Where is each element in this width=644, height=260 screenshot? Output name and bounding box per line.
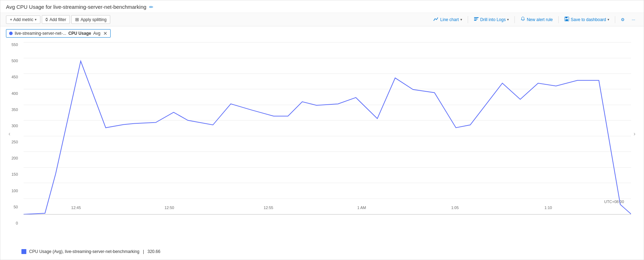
save-to-dashboard-button[interactable]: Save to dashboard ▾ [561,15,612,24]
add-metric-button[interactable]: + Add metric ▾ [6,15,40,24]
utc-label: UTC+08:00 [604,200,624,204]
x-label-1250: 12:50 [164,206,174,210]
legend-label: CPU Usage (Avg), live-streaming-server-n… [29,249,160,254]
drill-logs-chevron: ▾ [507,18,509,21]
y-label-100: 100 [6,189,20,193]
svg-rect-1 [474,19,478,19]
page-container: Avg CPU Usage for live-streaming-server-… [0,0,644,260]
line-chart-chevron: ▾ [460,18,462,21]
y-label-450: 450 [6,75,20,79]
chart-area: ‹ › 0 50 100 150 200 250 300 350 400 450… [0,39,644,246]
y-label-50: 50 [6,205,20,209]
save-dashboard-chevron: ▾ [607,18,609,21]
x-label-1am: 1 AM [357,206,366,210]
y-label-500: 500 [6,59,20,63]
chart-wrapper: ‹ › 0 50 100 150 200 250 300 350 400 450… [6,43,638,225]
more-options-button[interactable]: ··· [629,16,638,24]
legend-row: CPU Usage (Avg), live-streaming-server-n… [0,246,644,258]
svg-rect-4 [565,17,567,18]
gear-icon: ⚙ [621,17,625,22]
toolbar-right: Line chart ▾ Drill into Logs ▾ [431,15,638,24]
y-label-0: 0 [6,221,20,225]
chart-nav-left[interactable]: ‹ [6,127,13,141]
apply-splitting-button[interactable]: ⊞ Apply splitting [71,15,110,24]
svg-rect-5 [565,19,568,21]
edit-icon[interactable]: ✏ [149,4,153,10]
metric-tag: live-streaming-server-net-... CPU Usage … [6,29,111,38]
x-axis: 12:45 12:50 12:55 1 AM 1:05 1:10 [41,206,624,214]
drill-into-logs-label: Drill into Logs [480,17,506,22]
toolbar-row: + Add metric ▾ ⧮ Add filter ⊞ Apply spli… [0,13,644,26]
line-chart-button[interactable]: Line chart ▾ [431,15,465,24]
y-label-550: 550 [6,43,20,47]
metric-tag-close[interactable]: ✕ [103,31,107,36]
toolbar-left: + Add metric ▾ ⧮ Add filter ⊞ Apply spli… [6,15,110,24]
new-alert-rule-label: New alert rule [527,17,553,22]
apply-splitting-label: Apply splitting [80,17,106,22]
new-alert-rule-button[interactable]: New alert rule [518,15,556,24]
chart-plot: 12:45 12:50 12:55 1 AM 1:05 1:10 UTC+08:… [24,43,631,215]
line-chart-label: Line chart [440,17,459,22]
y-label-200: 200 [6,156,20,160]
y-label-400: 400 [6,91,20,96]
add-metric-label: + Add metric [10,17,33,22]
drill-into-logs-button[interactable]: Drill into Logs ▾ [471,15,512,24]
svg-rect-0 [474,17,479,18]
x-label-1245: 12:45 [71,206,81,210]
x-label-105: 1:05 [451,206,459,210]
page-title: Avg CPU Usage for live-streaming-server-… [6,4,146,10]
add-filter-button[interactable]: ⧮ Add filter [42,15,70,24]
legend-color-box [21,249,26,254]
save-icon [564,17,569,22]
save-to-dashboard-label: Save to dashboard [571,17,606,22]
chart-line [24,61,631,214]
metric-dot [9,32,13,35]
svg-rect-2 [474,20,477,21]
chart-nav-right[interactable]: › [631,127,638,141]
x-label-1255: 12:55 [264,206,274,210]
bell-icon [520,17,525,22]
add-metric-chevron: ▾ [35,18,37,21]
metric-name: CPU Usage [68,31,91,36]
title-row: Avg CPU Usage for live-streaming-server-… [0,0,644,13]
drill-logs-icon [474,17,479,22]
line-chart-icon [433,17,439,22]
y-label-350: 350 [6,108,20,112]
add-filter-label: Add filter [50,17,66,22]
filter-icon: ⧮ [46,17,48,22]
splitting-icon: ⊞ [75,17,79,22]
ellipsis-icon: ··· [632,17,635,22]
line-chart-svg [24,43,631,214]
y-label-150: 150 [6,172,20,176]
metric-aggregation: Avg [93,31,100,36]
settings-button[interactable]: ⚙ [618,16,627,24]
metric-tags-row: live-streaming-server-net-... CPU Usage … [0,26,644,39]
metric-resource: live-streaming-server-net-... [15,31,66,36]
x-label-110: 1:10 [544,206,552,210]
